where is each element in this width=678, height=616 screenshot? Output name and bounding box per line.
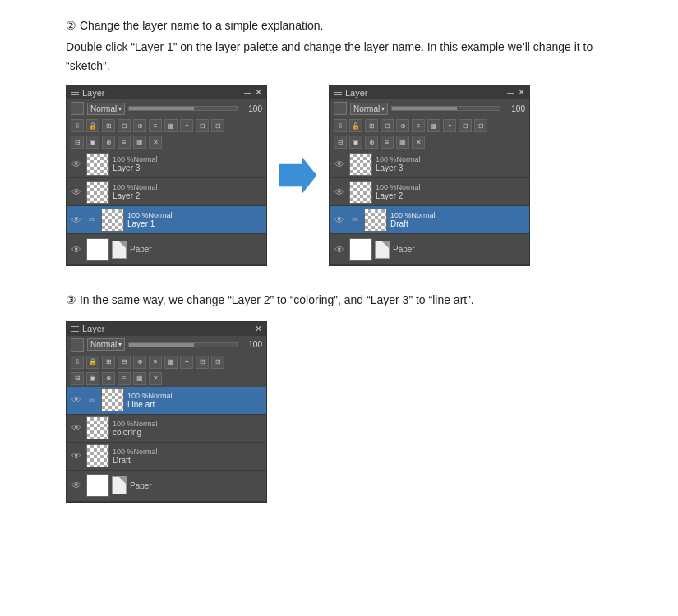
bot-icon-2d[interactable]: ≡ — [381, 136, 394, 149]
lp-checkbox-3[interactable] — [71, 338, 84, 352]
bot-icon-1f[interactable]: ✕ — [149, 136, 162, 149]
tool-icon-1c[interactable]: ⊞ — [102, 119, 115, 132]
thumb-1a — [364, 209, 387, 232]
tool-icon-2e[interactable]: ⊕ — [396, 119, 409, 132]
bot-icon-1e[interactable]: ▦ — [133, 136, 146, 149]
tool-icon-1a[interactable]: ⇩ — [71, 119, 84, 132]
menu-icon-1[interactable] — [71, 90, 79, 95]
tool-icon-3i[interactable]: ⊡ — [196, 356, 209, 369]
layer-row-2-after[interactable]: 👁 100 %Normal Layer 2 — [330, 178, 529, 206]
bot-icon-1c[interactable]: ⊕ — [102, 136, 115, 149]
lp-row3-1: ⊟ ▣ ⊕ ≡ ▦ ✕ — [67, 134, 266, 150]
lp-opacity-slider-3[interactable] — [128, 342, 238, 347]
tool-icon-2b[interactable]: 🔒 — [349, 119, 362, 132]
layer-row-2-before[interactable]: 👁 100 %Normal Layer 2 — [67, 178, 266, 206]
eye-paper-2a[interactable]: 👁 — [333, 243, 346, 256]
tool-icon-2d[interactable]: ⊟ — [381, 119, 394, 132]
thumb-2a — [349, 181, 372, 204]
menu-icon-3[interactable] — [71, 326, 79, 332]
eye-icon-3a[interactable]: 👁 — [333, 158, 346, 171]
eye-icon-3b[interactable]: 👁 — [70, 158, 83, 171]
tool-icon-2c[interactable]: ⊞ — [365, 119, 378, 132]
menu-icon-2[interactable] — [334, 90, 342, 95]
tool-icon-1h[interactable]: ✦ — [180, 119, 193, 132]
lp-blendmode-1[interactable]: Normal ▾ — [87, 103, 125, 115]
lp-title-2: Layer — [345, 88, 368, 98]
lp-blendmode-2[interactable]: Normal ▾ — [350, 103, 388, 115]
close-btn-1[interactable]: ✕ — [255, 87, 262, 98]
tool-icon-2a[interactable]: ⇩ — [334, 119, 347, 132]
eye-icon-draft[interactable]: 👁 — [70, 449, 83, 462]
tool-icon-3a[interactable]: ⇩ — [71, 356, 84, 369]
tool-icon-1f[interactable]: ≡ — [149, 119, 162, 132]
lp-checkbox-2[interactable] — [334, 102, 347, 115]
tool-icon-2f[interactable]: ≡ — [412, 119, 425, 132]
bot-icon-3d[interactable]: ≡ — [118, 372, 131, 385]
eye-icon-col[interactable]: 👁 — [70, 421, 83, 434]
minimize-btn-2[interactable]: ─ — [507, 88, 514, 98]
tool-icon-1e[interactable]: ⊕ — [133, 119, 146, 132]
minimize-btn-3[interactable]: ─ — [244, 324, 251, 333]
lp-opacity-slider-1[interactable] — [128, 106, 238, 111]
tool-icon-1i[interactable]: ⊡ — [196, 119, 209, 132]
panels-row-step3: Layer ─ ✕ Normal ▾ 100 ⇩ — [66, 321, 629, 503]
layer-row-lineart[interactable]: 👁 ✏ 100 %Normal Line art — [67, 387, 266, 415]
lp-layers-3: 👁 ✏ 100 %Normal Line art 👁 100 %Normal c… — [67, 387, 266, 502]
layer-row-3-after[interactable]: 👁 100 %Normal Layer 3 — [330, 150, 529, 178]
lp-row1-1: Normal ▾ 100 — [67, 99, 266, 117]
eye-icon-1b[interactable]: 👁 — [70, 214, 83, 227]
tool-icon-3f[interactable]: ≡ — [149, 356, 162, 369]
bot-icon-3f[interactable]: ✕ — [149, 372, 162, 385]
bot-icon-1d[interactable]: ≡ — [118, 136, 131, 149]
bot-icon-2b[interactable]: ▣ — [349, 136, 362, 149]
tool-icon-2g[interactable]: ▦ — [427, 119, 440, 132]
tool-icon-1g[interactable]: ▦ — [164, 119, 178, 132]
tool-icon-3g[interactable]: ▦ — [164, 356, 178, 369]
eye-paper-1b[interactable]: 👁 — [70, 243, 83, 256]
bot-icon-2f[interactable]: ✕ — [412, 136, 425, 149]
minimize-btn-1[interactable]: ─ — [244, 88, 251, 98]
layer-row-1-before[interactable]: 👁 ✏ 100 %Normal Layer 1 — [67, 206, 266, 234]
bot-icon-2c[interactable]: ⊕ — [365, 136, 378, 149]
lp-opacity-slider-2[interactable] — [391, 106, 500, 111]
bot-icon-2e[interactable]: ▦ — [396, 136, 409, 149]
tool-icon-1d[interactable]: ⊟ — [118, 119, 131, 132]
lp-checkbox-1[interactable] — [71, 102, 84, 115]
tool-icon-2h[interactable]: ✦ — [443, 119, 456, 132]
eye-paper-3[interactable]: 👁 — [70, 479, 83, 492]
tool-icon-3d[interactable]: ⊟ — [118, 356, 131, 369]
tool-icon-3b[interactable]: 🔒 — [86, 356, 99, 369]
bot-icon-1b[interactable]: ▣ — [86, 136, 99, 149]
bot-icon-3a[interactable]: ⊟ — [71, 372, 84, 385]
close-btn-3[interactable]: ✕ — [255, 324, 262, 334]
tool-icon-1j[interactable]: ⊡ — [211, 119, 224, 132]
lp-blendmode-3[interactable]: Normal ▾ — [87, 338, 125, 351]
tool-icon-3j[interactable]: ⊡ — [211, 356, 224, 369]
tool-icon-3e[interactable]: ⊕ — [133, 356, 146, 369]
eye-icon-1a[interactable]: 👁 — [333, 214, 346, 227]
step3-line1: ③ In the same way, we change “Layer 2” t… — [66, 291, 629, 309]
tool-icon-1b[interactable]: 🔒 — [86, 119, 99, 132]
close-btn-2[interactable]: ✕ — [518, 87, 525, 98]
paper-thumb-wrap-3 — [86, 474, 127, 497]
step2-line2: Double click “Layer 1” on the layer pale… — [66, 38, 629, 75]
tool-icon-2i[interactable]: ⊡ — [459, 119, 472, 132]
bot-icon-1a[interactable]: ⊟ — [71, 136, 84, 149]
tool-icon-2j[interactable]: ⊡ — [474, 119, 487, 132]
bot-icon-3e[interactable]: ▦ — [133, 372, 146, 385]
bot-icon-2a[interactable]: ⊟ — [334, 136, 347, 149]
layer-row-draft[interactable]: 👁 100 %Normal Draft — [67, 443, 266, 471]
layer-panel-before: Layer ─ ✕ Normal ▾ 100 — [66, 85, 267, 266]
tool-icon-3h[interactable]: ✦ — [180, 356, 193, 369]
eye-icon-2b[interactable]: 👁 — [70, 186, 83, 199]
layer-row-coloring[interactable]: 👁 100 %Normal coloring — [67, 415, 266, 443]
bot-icon-3b[interactable]: ▣ — [86, 372, 99, 385]
eye-icon-la[interactable]: 👁 — [70, 393, 83, 407]
bot-icon-3c[interactable]: ⊕ — [102, 372, 115, 385]
layer-row-3-before[interactable]: 👁 100 %Normal Layer 3 — [67, 150, 266, 178]
layer-row-1-after[interactable]: 👁 ✏ 100 %Normal Draft — [330, 206, 529, 234]
tool-icon-3c[interactable]: ⊞ — [102, 356, 115, 369]
thumb-draft — [86, 444, 109, 467]
blend-dropdown-arrow-3: ▾ — [118, 341, 122, 348]
eye-icon-2a[interactable]: 👁 — [333, 186, 346, 199]
